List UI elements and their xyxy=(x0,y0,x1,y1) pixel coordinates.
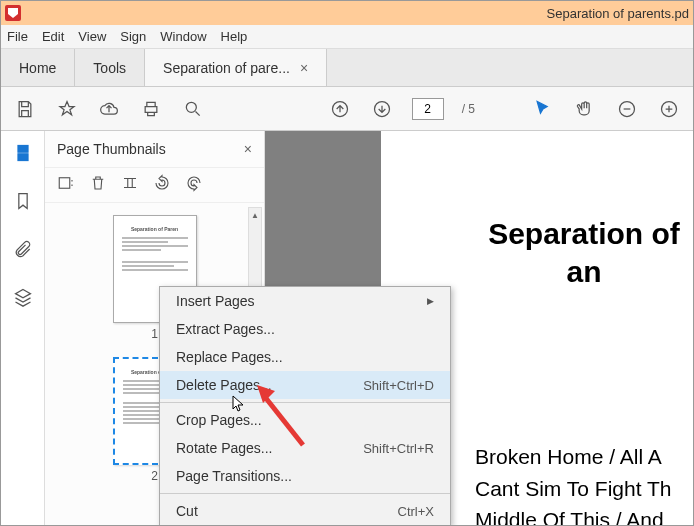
context-menu: Insert Pages ▶ Extract Pages... Replace … xyxy=(159,286,451,526)
toolbar: / 5 xyxy=(1,87,693,131)
page-number-input[interactable] xyxy=(412,98,444,120)
tab-tools[interactable]: Tools xyxy=(75,49,145,86)
thumbnails-rail-icon[interactable] xyxy=(9,139,37,167)
save-icon[interactable] xyxy=(13,97,37,121)
zoom-in-icon[interactable] xyxy=(657,97,681,121)
menu-file[interactable]: File xyxy=(7,29,28,44)
svg-rect-5 xyxy=(18,146,28,153)
bookmarks-rail-icon[interactable] xyxy=(9,187,37,215)
svg-point-0 xyxy=(186,102,196,112)
print-icon[interactable] xyxy=(139,97,163,121)
menu-view[interactable]: View xyxy=(78,29,106,44)
page-down-icon[interactable] xyxy=(370,97,394,121)
tab-close-icon[interactable]: × xyxy=(300,60,308,76)
menu-window[interactable]: Window xyxy=(160,29,206,44)
delete-page-icon[interactable] xyxy=(89,174,107,196)
scroll-up-icon[interactable]: ▲ xyxy=(249,208,261,222)
ctx-rotate-pages[interactable]: Rotate Pages... Shift+Ctrl+R xyxy=(160,434,450,462)
menu-edit[interactable]: Edit xyxy=(42,29,64,44)
tab-home[interactable]: Home xyxy=(1,49,75,86)
svg-rect-7 xyxy=(59,178,70,189)
zoom-out-icon[interactable] xyxy=(615,97,639,121)
attachments-rail-icon[interactable] xyxy=(9,235,37,263)
ctx-cut-shortcut: Ctrl+X xyxy=(398,504,434,519)
menu-help[interactable]: Help xyxy=(221,29,248,44)
menu-sign[interactable]: Sign xyxy=(120,29,146,44)
thumbnails-toolbar xyxy=(45,167,264,203)
cloud-upload-icon[interactable] xyxy=(97,97,121,121)
ctx-delete-pages[interactable]: Delete Pages... Shift+Ctrl+D xyxy=(160,371,450,399)
insert-page-icon[interactable] xyxy=(121,174,139,196)
thumbnails-panel-title: Page Thumbnails xyxy=(57,141,166,157)
layers-rail-icon[interactable] xyxy=(9,283,37,311)
ctx-crop-pages[interactable]: Crop Pages... xyxy=(160,406,450,434)
ctx-rotate-shortcut: Shift+Ctrl+R xyxy=(363,441,434,456)
ctx-separator xyxy=(160,402,450,403)
tab-document-label: Separation of pare... xyxy=(163,60,290,76)
svg-rect-6 xyxy=(18,154,28,161)
ctx-extract-pages[interactable]: Extract Pages... xyxy=(160,315,450,343)
titlebar: Separation of parents.pd xyxy=(1,1,693,25)
star-icon[interactable] xyxy=(55,97,79,121)
rotate-ccw-icon[interactable] xyxy=(153,174,171,196)
search-icon[interactable] xyxy=(181,97,205,121)
document-heading: Separation of an xyxy=(475,215,693,290)
submenu-arrow-icon: ▶ xyxy=(427,296,434,306)
ctx-replace-pages[interactable]: Replace Pages... xyxy=(160,343,450,371)
rotate-cw-icon[interactable] xyxy=(185,174,203,196)
hand-tool-icon[interactable] xyxy=(573,97,597,121)
ctx-insert-pages[interactable]: Insert Pages ▶ xyxy=(160,287,450,315)
tabbar: Home Tools Separation of pare... × xyxy=(1,49,693,87)
tab-document[interactable]: Separation of pare... × xyxy=(145,49,327,86)
ctx-delete-shortcut: Shift+Ctrl+D xyxy=(363,378,434,393)
selection-tool-icon[interactable] xyxy=(531,97,555,121)
ctx-cut[interactable]: Cut Ctrl+X xyxy=(160,497,450,525)
ctx-separator-2 xyxy=(160,493,450,494)
thumbnail-options-icon[interactable] xyxy=(57,174,75,196)
thumbnails-panel-close-icon[interactable]: × xyxy=(244,141,252,157)
document-body: Broken Home / All A Cant Sim To Fight Th… xyxy=(475,441,693,525)
document-background xyxy=(265,131,381,311)
page-total-label: / 5 xyxy=(462,102,475,116)
ctx-page-transitions[interactable]: Page Transitions... xyxy=(160,462,450,490)
app-logo-icon xyxy=(5,5,21,21)
page-up-icon[interactable] xyxy=(328,97,352,121)
window-title: Separation of parents.pd xyxy=(547,6,689,21)
menubar: File Edit View Sign Window Help xyxy=(1,25,693,49)
nav-rail xyxy=(1,131,45,525)
